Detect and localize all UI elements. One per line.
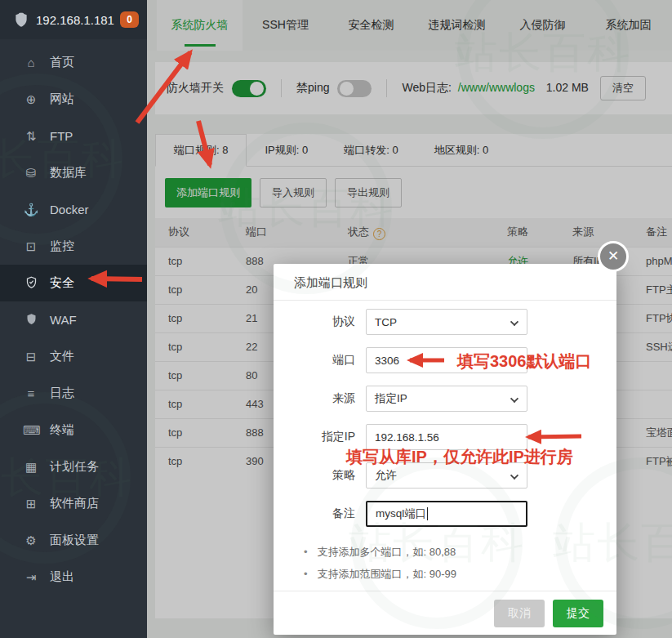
bullet-icon: • — [304, 568, 308, 580]
port-value: 3306 — [375, 355, 399, 367]
monitor-icon: ⊡ — [23, 239, 39, 254]
database-icon: ⛁ — [23, 166, 39, 181]
appstore-icon: ⊞ — [23, 497, 39, 511]
message-count-badge[interactable]: 0 — [120, 11, 139, 28]
sidebar-item-label: 安全 — [50, 275, 74, 291]
port-tips: •支持添加多个端口，如: 80,88 •支持添加范围端口，如: 90-99 — [274, 541, 616, 585]
chevron-down-icon — [510, 395, 518, 403]
sidebar-item-ftp[interactable]: ⇅FTP — [0, 118, 147, 154]
sidebar-nav: ⌂首页 ⊕网站 ⇅FTP ⛁数据库 ⚓Docker ⊡监控 安全 WAF ⊟文件… — [0, 44, 147, 596]
settings-icon: ⚙ — [23, 533, 39, 548]
tip-text: 支持添加多个端口，如: 80,88 — [318, 545, 456, 560]
sidebar-item-appstore[interactable]: ⊞软件商店 — [0, 485, 147, 522]
submit-button[interactable]: 提交 — [553, 600, 603, 627]
terminal-icon: ⌨ — [23, 423, 39, 438]
logout-icon: ⇥ — [23, 570, 39, 585]
tip-item: •支持添加范围端口，如: 90-99 — [274, 563, 616, 585]
docker-icon: ⚓ — [23, 203, 39, 217]
chevron-down-icon — [510, 471, 518, 480]
policy-select[interactable]: 允许 — [366, 462, 527, 489]
note-label: 备注 — [274, 506, 355, 521]
security-shield-icon — [23, 276, 39, 291]
sidebar-item-label: 网站 — [50, 91, 74, 107]
text-cursor — [427, 507, 428, 520]
bullet-icon: • — [304, 546, 308, 558]
sidebar-item-label: 数据库 — [50, 165, 87, 181]
sidebar-item-files[interactable]: ⊟文件 — [0, 338, 147, 375]
field-source: 来源 指定IP — [274, 386, 616, 412]
close-icon[interactable]: ✕ — [598, 241, 629, 272]
sidebar: 192.168.1.181 0 ⌂首页 ⊕网站 ⇅FTP ⛁数据库 ⚓Docke… — [0, 0, 147, 638]
panel-shield-logo-icon — [13, 11, 29, 28]
sidebar-item-label: 日志 — [50, 386, 74, 401]
sidebar-item-security[interactable]: 安全 — [0, 265, 147, 301]
sidebar-item-home[interactable]: ⌂首页 — [0, 44, 147, 81]
field-note: 备注 mysql端口 — [274, 501, 616, 527]
field-port: 端口 3306 — [274, 347, 616, 373]
sidebar-item-docker[interactable]: ⚓Docker — [0, 191, 147, 228]
files-icon: ⊟ — [23, 350, 39, 364]
home-icon: ⌂ — [23, 56, 39, 69]
sidebar-item-label: WAF — [50, 313, 77, 327]
chevron-down-icon — [510, 318, 518, 326]
sidebar-item-label: 退出 — [50, 569, 74, 585]
field-specified-ip: 指定IP 192.168.1.56 — [274, 424, 616, 450]
server-ip: 192.168.1.181 — [36, 13, 120, 27]
modal-body: 协议 TCP 端口 3306 来源 指定IP 指定IP — [274, 301, 616, 585]
website-icon: ⊕ — [23, 92, 39, 107]
sidebar-item-label: 终端 — [50, 422, 74, 438]
specified-ip-value: 192.168.1.56 — [375, 431, 439, 444]
modal-title: 添加端口规则 — [274, 264, 616, 301]
ftp-icon: ⇅ — [23, 129, 39, 144]
sidebar-item-label: 面板设置 — [50, 533, 99, 548]
specified-ip-input[interactable]: 192.168.1.56 — [366, 424, 527, 450]
sidebar-item-terminal[interactable]: ⌨终端 — [0, 412, 147, 448]
sidebar-item-label: 文件 — [50, 349, 74, 364]
sidebar-item-label: 首页 — [50, 55, 74, 70]
field-policy: 策略 允许 — [274, 462, 616, 489]
sidebar-item-waf[interactable]: WAF — [0, 301, 147, 338]
sidebar-item-settings[interactable]: ⚙面板设置 — [0, 522, 147, 559]
sidebar-item-label: 监控 — [50, 239, 74, 254]
source-select[interactable]: 指定IP — [366, 386, 527, 412]
sidebar-item-label: 软件商店 — [50, 496, 99, 511]
port-label: 端口 — [274, 353, 355, 368]
sidebar-item-logout[interactable]: ⇥退出 — [0, 559, 147, 596]
sidebar-item-monitor[interactable]: ⊡监控 — [0, 228, 147, 265]
sidebar-item-label: 计划任务 — [50, 459, 99, 475]
tip-item: •支持添加多个端口，如: 80,88 — [274, 541, 616, 563]
sidebar-item-cron[interactable]: ▦计划任务 — [0, 448, 147, 485]
sidebar-item-website[interactable]: ⊕网站 — [0, 81, 147, 118]
app-root: 192.168.1.181 0 ⌂首页 ⊕网站 ⇅FTP ⛁数据库 ⚓Docke… — [0, 0, 672, 638]
note-value: mysql端口 — [376, 506, 426, 521]
protocol-select[interactable]: TCP — [366, 309, 527, 335]
note-input[interactable]: mysql端口 — [366, 501, 527, 527]
specified-ip-label: 指定IP — [274, 430, 355, 444]
sidebar-item-label: Docker — [50, 203, 89, 216]
sidebar-item-logs[interactable]: ≡日志 — [0, 375, 147, 412]
add-port-rule-modal: ✕ 添加端口规则 协议 TCP 端口 3306 来源 指定IP — [274, 264, 616, 635]
source-value: 指定IP — [375, 391, 407, 406]
sidebar-header: 192.168.1.181 0 — [0, 0, 147, 39]
cancel-button[interactable]: 取消 — [494, 600, 545, 627]
tip-text: 支持添加范围端口，如: 90-99 — [318, 567, 456, 582]
policy-label: 策略 — [274, 468, 355, 483]
logs-icon: ≡ — [23, 386, 39, 400]
modal-footer: 取消 提交 — [274, 591, 616, 635]
waf-shield-icon — [23, 313, 39, 328]
policy-value: 允许 — [375, 468, 397, 483]
field-protocol: 协议 TCP — [274, 309, 616, 335]
sidebar-item-database[interactable]: ⛁数据库 — [0, 154, 147, 191]
port-input[interactable]: 3306 — [366, 347, 527, 373]
protocol-value: TCP — [375, 316, 397, 328]
sidebar-item-label: FTP — [50, 129, 73, 143]
source-label: 来源 — [274, 391, 355, 406]
cron-icon: ▦ — [23, 460, 39, 475]
protocol-label: 协议 — [274, 315, 355, 329]
